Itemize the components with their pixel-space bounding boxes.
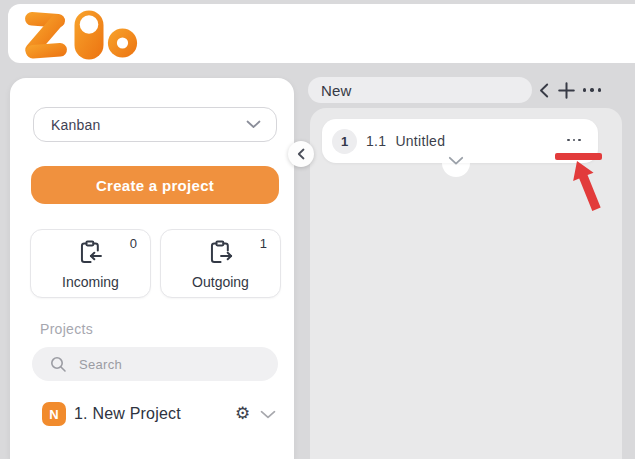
search-box[interactable] — [32, 347, 278, 381]
column-add-button[interactable] — [557, 81, 575, 99]
incoming-count: 0 — [130, 236, 137, 251]
ellipsis-icon — [583, 88, 586, 91]
chevron-left-icon — [297, 148, 305, 160]
zio-logo-icon — [22, 9, 138, 61]
column-title[interactable]: New — [308, 77, 532, 103]
stats-row: 0 Incoming 1 Out — [30, 229, 281, 298]
outgoing-label: Outgoing — [161, 274, 280, 290]
chevron-down-icon[interactable] — [260, 410, 276, 419]
clipboard-arrow-in-icon — [75, 238, 103, 266]
view-selector-value: Kanban — [51, 117, 100, 133]
sidebar-collapse-button[interactable] — [288, 141, 314, 167]
search-input[interactable] — [77, 356, 278, 373]
project-avatar: N — [42, 402, 66, 426]
sidebar: Kanban Create a project 0 Incoming 1 — [10, 78, 294, 459]
header-bar — [8, 4, 635, 63]
project-name: 1. New Project — [74, 405, 181, 423]
app-screen: Kanban Create a project 0 Incoming 1 — [0, 0, 635, 459]
chevron-left-icon — [539, 83, 549, 98]
plus-icon — [558, 82, 575, 99]
card-menu-icon[interactable] — [562, 133, 586, 147]
view-selector[interactable]: Kanban — [33, 107, 277, 142]
outgoing-count: 1 — [260, 236, 267, 251]
incoming-label: Incoming — [31, 274, 150, 290]
chevron-down-icon — [246, 120, 261, 129]
gear-icon[interactable]: ⚙︎ — [235, 405, 250, 422]
column-menu-button[interactable] — [582, 87, 602, 93]
task-code: 1.1 — [366, 133, 386, 149]
column-back-button[interactable] — [537, 82, 551, 98]
task-badge: 1 — [332, 129, 357, 154]
search-icon — [50, 356, 67, 373]
incoming-card[interactable]: 0 Incoming — [30, 229, 151, 298]
outgoing-card[interactable]: 1 Outgoing — [160, 229, 281, 298]
clipboard-arrow-out-icon — [205, 238, 233, 266]
create-project-button[interactable]: Create a project — [31, 166, 279, 204]
task-title: Untitled — [395, 133, 445, 149]
projects-heading: Projects — [40, 321, 93, 337]
annotation-arrow-icon — [550, 150, 620, 228]
logo-letter-i — [75, 11, 104, 60]
column-title-label: New — [321, 82, 352, 99]
project-list-item[interactable]: N 1. New Project ⚙︎ — [10, 396, 294, 432]
logo-letter-o — [108, 28, 137, 57]
logo-letter-z — [25, 12, 68, 59]
chevron-down-icon[interactable] — [448, 156, 464, 166]
